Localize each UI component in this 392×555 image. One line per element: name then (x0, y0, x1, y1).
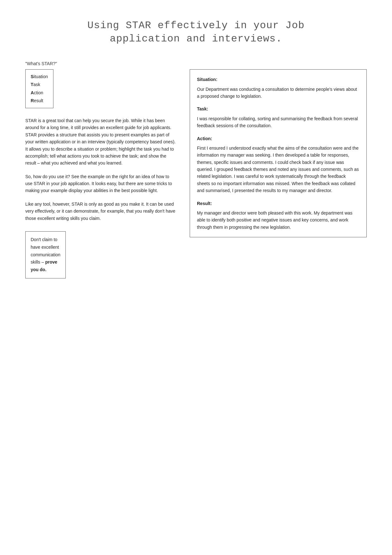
right-column: Situation: Our Department was conducting… (190, 69, 367, 237)
situation-title: Situation: (197, 76, 359, 83)
whats-star-label: "What's STAR?" (25, 61, 367, 66)
result-title: Result: (197, 200, 359, 207)
left-column: Situation Task Action Result STAR is a g… (25, 69, 177, 278)
task-section: Task: I was responsible for collating, s… (197, 105, 359, 129)
left-paragraph-2: So, how do you use it? See the example o… (25, 173, 177, 194)
situation-section: Situation: Our Department was conducting… (197, 76, 359, 100)
result-section: Result: My manager and director were bot… (197, 200, 359, 231)
action-title: Action: (197, 135, 359, 142)
task-body: I was responsible for collating, sorting… (197, 115, 359, 129)
task-title: Task: (197, 105, 359, 112)
example-box: Situation: Our Department was conducting… (190, 69, 367, 237)
action-section: Action: First I ensured I understood exa… (197, 135, 359, 194)
situation-body: Our Department was conducting a consulta… (197, 86, 359, 100)
star-item-result: Result (31, 97, 48, 105)
star-item-situation: Situation (31, 73, 48, 81)
tip-box: Don't claim to have excellent communicat… (25, 231, 66, 278)
main-layout: Situation Task Action Result STAR is a g… (25, 69, 367, 278)
star-item-task: Task (31, 81, 48, 89)
left-paragraph-1: STAR is a great tool that can help you s… (25, 117, 177, 167)
tip-text: Don't claim to have excellent communicat… (31, 237, 60, 272)
action-body: First I ensured I understood exactly wha… (197, 145, 359, 194)
result-body: My manager and director were both please… (197, 209, 359, 231)
left-paragraph-3: Like any tool, however, STAR is only as … (25, 201, 177, 222)
star-item-action: Action (31, 89, 48, 97)
page-title: Using STAR effectively in your Job appli… (25, 19, 367, 45)
star-box: Situation Task Action Result (25, 69, 53, 108)
